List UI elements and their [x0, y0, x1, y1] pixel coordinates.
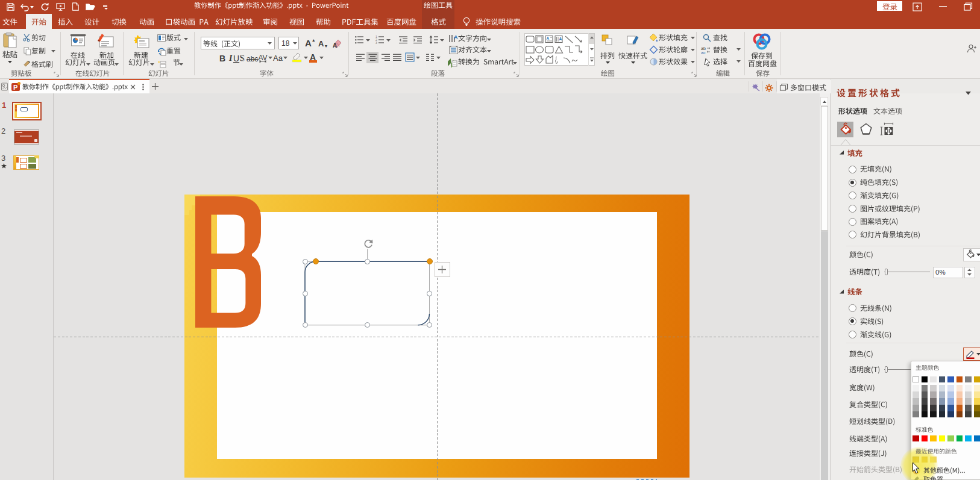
svg-text:ab: ab	[701, 46, 706, 51]
svg-text:ac: ac	[701, 51, 706, 55]
svg-text:3: 3	[375, 41, 377, 45]
svg-text:A: A	[454, 34, 458, 40]
svg-text:A: A	[559, 37, 562, 41]
svg-text:A: A	[333, 42, 337, 49]
svg-text:A: A	[547, 36, 550, 40]
